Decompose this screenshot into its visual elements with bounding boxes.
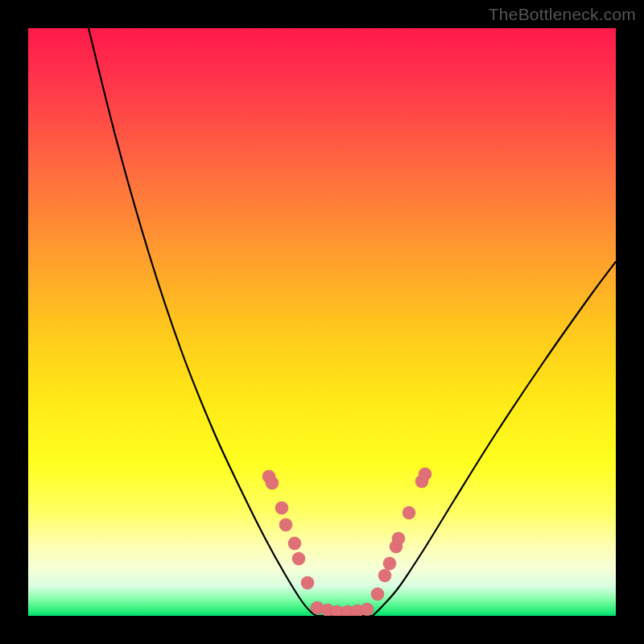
data-markers [262,468,431,616]
data-marker [402,506,415,519]
data-marker [371,588,384,601]
data-marker [275,502,288,514]
data-marker [288,537,301,550]
data-marker [378,569,391,582]
data-marker [301,576,314,589]
watermark-text: TheBottleneck.com [489,5,636,24]
plot-area [28,28,616,616]
chart-svg [28,28,616,616]
data-marker [292,552,305,565]
chart-frame: TheBottleneck.com [0,0,644,644]
data-marker [383,557,396,570]
data-marker [266,477,279,489]
data-marker [419,468,431,481]
bottleneck-curve [89,28,616,616]
data-marker [392,532,405,545]
data-marker [279,518,292,531]
curve-path [89,28,616,616]
data-marker [361,603,374,616]
